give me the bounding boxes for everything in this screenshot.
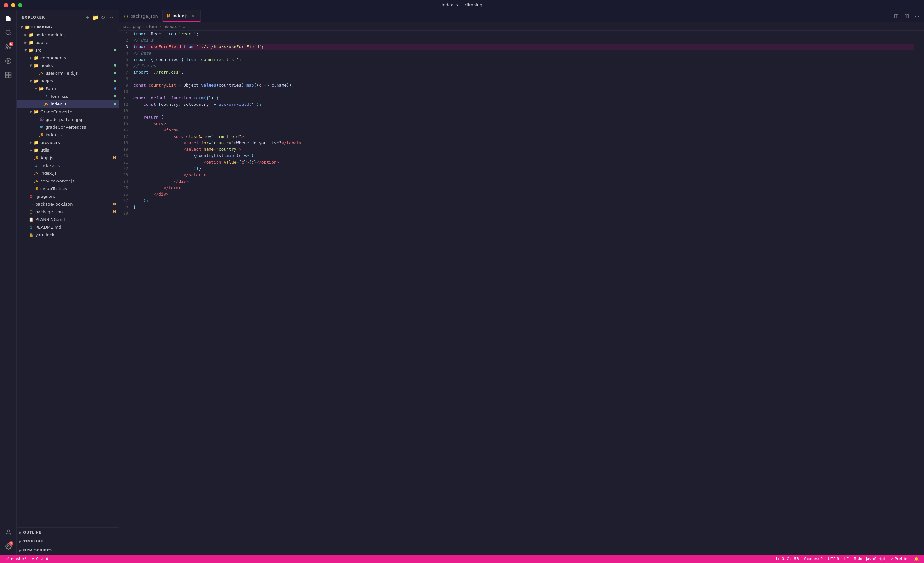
tree-item-src[interactable]: ▼ 📂 src xyxy=(16,46,119,54)
outline-panel-header[interactable]: ▶ OUTLINE xyxy=(16,528,119,537)
tree-item-readme[interactable]: ℹ README.md xyxy=(16,223,119,231)
tree-item-app-js[interactable]: JS App.js M xyxy=(16,154,119,162)
file-label: PLANNING.md xyxy=(35,217,119,222)
tree-item-public[interactable]: ▶ 📁 public xyxy=(16,39,119,46)
line-number: 18 xyxy=(123,140,128,146)
line-number: 25 xyxy=(123,185,128,191)
split-editor-button[interactable] xyxy=(892,12,901,21)
arrow-open-icon: ▼ xyxy=(33,87,39,90)
errors-status[interactable]: ✕ 0 ⚠ 0 xyxy=(29,555,51,563)
tree-item-form[interactable]: ▼ 📂 Form xyxy=(16,85,119,92)
code-line: <label for="country">Where do you live?<… xyxy=(134,140,914,146)
tree-item-pages[interactable]: ▼ 📂 pages xyxy=(16,77,119,85)
breadcrumb-sep: › xyxy=(130,24,132,29)
formatter-status[interactable]: ✓ Prettier xyxy=(888,557,912,561)
minimize-button[interactable] xyxy=(11,3,15,7)
line-number: 5 xyxy=(123,57,128,63)
new-folder-button[interactable]: 📁 xyxy=(92,14,99,21)
editor-layout-button[interactable] xyxy=(902,12,911,21)
code-line: </form> xyxy=(134,185,914,191)
refresh-button[interactable]: ↻ xyxy=(100,14,106,21)
tree-item-serviceworker[interactable]: JS serviceWorker.js xyxy=(16,177,119,185)
debug-activity-icon[interactable] xyxy=(3,55,14,67)
title-bar: index.js — climbing xyxy=(0,0,924,10)
tree-item-providers[interactable]: ▶ 📁 providers xyxy=(16,139,119,146)
tree-item-yarn-lock[interactable]: 🔒 yarn.lock xyxy=(16,231,119,238)
arrow-closed-icon: ▶ xyxy=(28,56,33,60)
modified-dot xyxy=(114,79,117,82)
file-label: serviceWorker.js xyxy=(40,178,119,183)
warning-icon: ⚠ xyxy=(41,557,45,561)
collapse-all-button[interactable]: ⋯ xyxy=(108,14,114,21)
tree-item-gradeconverter-index[interactable]: JS index.js xyxy=(16,131,119,139)
tab-label: package.json xyxy=(130,14,158,19)
arrow-closed-icon: ▶ xyxy=(28,141,33,144)
scrollbar-track[interactable] xyxy=(920,31,924,555)
code-content[interactable]: import React from 'react'; // Utils impo… xyxy=(134,31,920,555)
line-number: 28 xyxy=(123,204,128,210)
npm-scripts-panel-header[interactable]: ▶ NPM SCRIPTS xyxy=(16,546,119,555)
bell-icon: 🔔 xyxy=(914,557,919,561)
line-number: 6 xyxy=(123,63,128,69)
git-activity-icon[interactable]: 6 xyxy=(3,41,14,52)
tree-item-package-json[interactable]: {} package.json M xyxy=(16,208,119,216)
tree-item-gradeconverter-css[interactable]: # gradeConverter.css xyxy=(16,123,119,131)
tree-item-utils[interactable]: ▶ 📁 utils xyxy=(16,146,119,154)
notifications-status[interactable]: 🔔 xyxy=(912,557,921,561)
tab-index-js[interactable]: JS index.js ✕ xyxy=(163,10,201,22)
account-activity-icon[interactable] xyxy=(3,526,14,538)
code-line: ); xyxy=(134,198,914,204)
close-button[interactable] xyxy=(4,3,8,7)
language-label: Babel JavaScript xyxy=(854,557,885,561)
breadcrumb-symbol[interactable]: … xyxy=(181,24,185,29)
breadcrumb-form[interactable]: Form xyxy=(148,24,158,29)
arrow-icon: ▶ xyxy=(19,549,22,552)
code-editor[interactable]: 1 2 3 4 5 6 7 8 9 10 11 12 13 14 15 16 1… xyxy=(119,31,924,555)
tree-item-form-css[interactable]: # form.css U xyxy=(16,92,119,100)
tree-item-src-index-js[interactable]: JS index.js xyxy=(16,169,119,177)
more-actions-button[interactable]: ⋯ xyxy=(912,12,921,21)
tree-item-package-lock[interactable]: {} package-lock.json M xyxy=(16,200,119,208)
close-tab-button[interactable]: ✕ xyxy=(190,13,196,19)
tree-item-setuptests[interactable]: JS setupTests.js xyxy=(16,185,119,192)
maximize-button[interactable] xyxy=(18,3,22,7)
tree-item-grade-pattern[interactable]: 🖼 grade-pattern.jpg xyxy=(16,115,119,123)
tree-item-planning[interactable]: 📋 PLANNING.md xyxy=(16,216,119,223)
arrow-open-icon: ▼ xyxy=(28,64,33,67)
breadcrumb-src[interactable]: src xyxy=(123,24,129,29)
git-branch-status[interactable]: ⎇ master* xyxy=(3,555,29,563)
svg-rect-9 xyxy=(8,75,11,78)
settings-activity-icon[interactable]: 1 xyxy=(3,541,14,552)
arrow-icon: ▼ xyxy=(19,25,24,29)
file-label: README.md xyxy=(35,225,119,229)
tree-item-gradeconverter[interactable]: ▼ 📂 GradeConverter xyxy=(16,108,119,115)
branch-name: master* xyxy=(11,557,26,561)
tree-item-index-js[interactable]: JS index.js U xyxy=(16,100,119,108)
breadcrumb-pages[interactable]: pages xyxy=(133,24,144,29)
line-ending-status[interactable]: LF xyxy=(842,557,852,561)
extensions-activity-icon[interactable] xyxy=(3,69,14,81)
timeline-panel-header[interactable]: ▶ TIMELINE xyxy=(16,537,119,546)
arrow-open-icon: ▼ xyxy=(28,110,33,114)
folder-open-icon: 📂 xyxy=(33,109,39,114)
tree-root-climbing[interactable]: ▼ 📁 CLIMBING xyxy=(16,23,119,31)
window-controls[interactable] xyxy=(4,3,22,7)
spaces-status[interactable]: Spaces: 2 xyxy=(801,557,825,561)
untracked-badge: U xyxy=(114,94,119,99)
search-activity-icon[interactable] xyxy=(3,27,14,39)
tree-item-node-modules[interactable]: ▶ 📁 node_modules xyxy=(16,31,119,39)
json-icon: {} xyxy=(124,14,128,18)
untracked-badge: U xyxy=(114,71,119,75)
encoding-status[interactable]: UTF-8 xyxy=(825,557,842,561)
tree-item-components[interactable]: ▶ 📁 components xyxy=(16,54,119,61)
tree-item-gitignore[interactable]: ⊘ .gitignore xyxy=(16,192,119,200)
tree-item-hooks[interactable]: ▼ 📂 hooks xyxy=(16,61,119,69)
cursor-position-status[interactable]: Ln 3, Col 53 xyxy=(774,557,802,561)
explorer-activity-icon[interactable] xyxy=(3,13,14,24)
tab-package-json[interactable]: {} package.json xyxy=(119,10,163,22)
language-status[interactable]: Babel JavaScript xyxy=(851,557,888,561)
new-file-button[interactable]: + xyxy=(84,14,91,21)
breadcrumb-file[interactable]: index.js xyxy=(162,24,177,29)
tree-item-index-css[interactable]: # index.css xyxy=(16,162,119,169)
tree-item-useFormField[interactable]: JS useFormField.js U xyxy=(16,69,119,77)
